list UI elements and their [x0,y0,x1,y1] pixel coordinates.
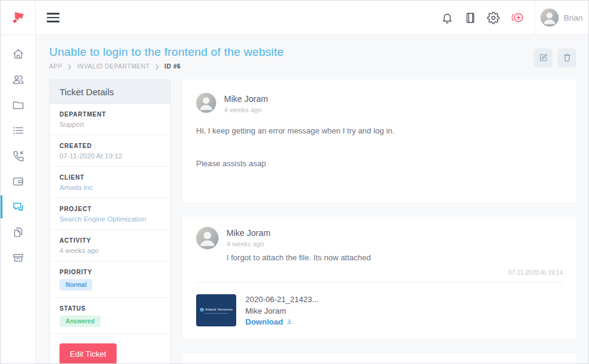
user-name: Brian [563,13,583,22]
message-author: Mike Joram [226,228,371,238]
message-time: 4 weeks ago [226,240,371,248]
field-project: PROJECT Search Engine Optimization [50,198,170,230]
sidebar-item-documents[interactable] [1,220,35,245]
thumbnail-text: Atland Ventures [205,308,233,311]
app-window: Brian [0,0,589,364]
brand-logo-icon [10,9,27,26]
sidebar-item-projects[interactable] [1,92,35,118]
panel-title: Ticket Details [50,80,170,104]
edit-pencil-icon [539,53,548,62]
company-logo-icon [200,308,204,312]
attachment-uploader: Mike Joram [245,306,319,316]
sidebar-item-home[interactable] [1,41,35,67]
app-logo[interactable] [1,1,36,35]
sidebar-item-tickets[interactable] [1,194,35,220]
attachment: Atland Ventures 2020-06-21_21423... Mike… [196,294,563,327]
chevron-right-icon: ❯ [67,64,72,70]
edit-ticket-icon-button[interactable] [534,49,553,67]
breadcrumb-department[interactable]: INVALID DEPARTMENT [77,63,150,70]
download-link[interactable]: Download [245,317,293,327]
topbar: Brian [1,1,588,35]
notebook-icon [464,12,477,24]
breadcrumb: APP ❯ INVALID DEPARTMENT ❯ ID #6 [49,63,284,70]
notifications-button[interactable] [441,12,454,24]
trash-icon [562,53,572,62]
breadcrumb-ticket-id: ID #6 [165,63,181,70]
main-content: Unable to login to the frontend of the w… [36,35,588,363]
active-indicator [1,195,2,218]
message-avatar [196,227,219,249]
contacts-button[interactable] [464,12,477,24]
divider [196,282,563,283]
message-text: I forgot to attach the file. Its now att… [226,253,371,262]
priority-badge: Normal [60,279,92,291]
message-text: Please assists asap [196,159,563,168]
menu-toggle-icon[interactable] [43,7,63,28]
tickets-chat-icon [12,200,25,214]
client-link[interactable]: Amada Inc [60,184,160,191]
field-created: CREATED 07-11-2020 At 19:12 [50,135,170,167]
person-icon [196,93,216,113]
quick-add-button[interactable] [510,11,525,24]
decorative-line [205,313,228,314]
ticket-details-panel: Ticket Details DEPARTMENT Support CREATE… [49,79,171,363]
gear-icon [487,12,500,24]
user-menu[interactable]: Brian [534,1,588,35]
download-arrow-icon [285,318,293,326]
page-header: Unable to login to the frontend of the w… [36,35,588,70]
status-badge: Answered [60,315,101,327]
settings-button[interactable] [487,12,500,24]
documents-icon [12,226,25,239]
person-icon [540,8,559,27]
page-title: Unable to login to the frontend of the w… [49,46,284,59]
sidebar-item-payments[interactable] [1,169,35,194]
add-circle-icon [510,11,525,24]
sidebar-item-tasks[interactable] [1,118,35,143]
sidebar-item-archive[interactable] [1,245,35,271]
edit-ticket-button[interactable]: Edit Ticket [60,343,117,363]
message-timestamp: 07-11-2020 At 19:14 [196,269,563,276]
message-text: Hi, I keep getting an error message when… [196,126,563,135]
message-author: Mike Joram [224,94,268,104]
field-status: STATUS Answered [50,298,170,334]
sidebar [1,35,36,363]
attachment-filename: 2020-06-21_21423... [245,295,319,305]
wallet-icon [12,175,25,188]
breadcrumb-app[interactable]: APP [49,63,63,70]
attachment-thumbnail[interactable]: Atland Ventures [196,294,236,326]
message-card: Mike Joram 4 weeks ago Hi, I keep gettin… [183,79,576,202]
user-avatar [540,8,559,27]
users-icon [12,73,25,86]
message-thread: Mike Joram 4 weeks ago Hi, I keep gettin… [183,79,576,363]
project-link[interactable]: Search Engine Optimization [60,215,160,223]
field-department: DEPARTMENT Support [50,104,170,135]
message-card: Mike Joram 4 weeks ago I forgot to attac… [183,217,576,339]
message-time: 4 weeks ago [224,106,268,113]
sidebar-item-clients[interactable] [1,67,35,92]
archive-icon [12,251,25,265]
delete-ticket-button[interactable] [557,49,576,67]
phone-incoming-icon [12,149,25,163]
chevron-right-icon: ❯ [155,64,160,70]
sidebar-item-calls[interactable] [1,143,35,169]
message-avatar [196,93,216,113]
bell-icon [441,12,454,24]
person-icon [196,227,219,249]
field-priority: PRIORITY Normal [50,261,170,298]
message-card [183,354,576,363]
list-icon [12,124,25,137]
folder-icon [12,98,25,112]
field-activity: ACTIVITY 4 weeks ago [50,230,170,261]
field-client: CLIENT Amada Inc [50,167,170,198]
home-icon [12,47,25,61]
